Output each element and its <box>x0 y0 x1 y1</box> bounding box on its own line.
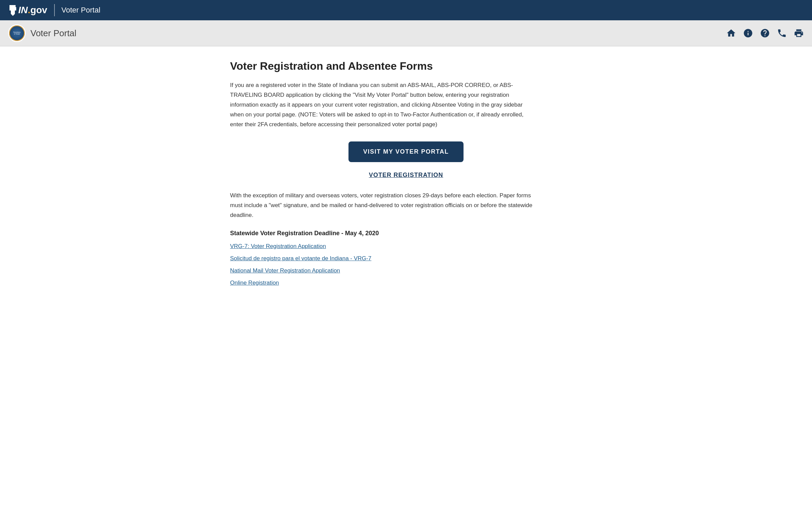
header-icons <box>726 28 804 38</box>
logo-in: IN <box>18 5 28 16</box>
secondary-header-title: Voter Portal <box>30 28 76 39</box>
home-icon[interactable] <box>726 28 736 38</box>
secondary-header-left: Secretaryof State Voter Portal <box>8 24 76 42</box>
top-bar-portal-title: Voter Portal <box>61 6 101 15</box>
main-content: Voter Registration and Absentee Forms If… <box>220 46 592 307</box>
seal-text: Secretaryof State <box>13 31 20 35</box>
phone-icon[interactable] <box>777 28 787 38</box>
logo-dot: . <box>28 5 30 16</box>
form-link-national-mail[interactable]: National Mail Voter Registration Applica… <box>230 267 582 274</box>
deadline-heading: Statewide Voter Registration Deadline - … <box>230 230 582 237</box>
top-bar: IN.gov Voter Portal <box>0 0 812 20</box>
logo-area[interactable]: IN.gov <box>8 4 47 16</box>
seal-inner: Secretaryof State <box>9 25 25 41</box>
info-icon[interactable] <box>743 28 753 38</box>
intro-text: If you are a registered voter in the Sta… <box>230 81 535 129</box>
top-bar-divider <box>54 4 55 16</box>
registration-info: With the exception of military and overs… <box>230 191 535 220</box>
indiana-shape-icon <box>8 4 17 16</box>
form-link-spanish[interactable]: Solicitud de registro para el votante de… <box>230 255 582 262</box>
form-links-list: VRG-7: Voter Registration Application So… <box>230 243 582 286</box>
form-link-vrg7[interactable]: VRG-7: Voter Registration Application <box>230 243 582 250</box>
print-icon[interactable] <box>794 28 804 38</box>
page-title: Voter Registration and Absentee Forms <box>230 60 582 72</box>
visit-portal-button[interactable]: VISIT MY VOTER PORTAL <box>348 142 464 162</box>
svg-marker-0 <box>10 5 16 16</box>
form-link-online[interactable]: Online Registration <box>230 279 582 286</box>
logo-gov: gov <box>30 5 47 16</box>
help-icon[interactable] <box>760 28 770 38</box>
seal-logo: Secretaryof State <box>8 24 26 42</box>
secondary-header: Secretaryof State Voter Portal <box>0 20 812 46</box>
voter-registration-link[interactable]: VOTER REGISTRATION <box>230 172 582 179</box>
